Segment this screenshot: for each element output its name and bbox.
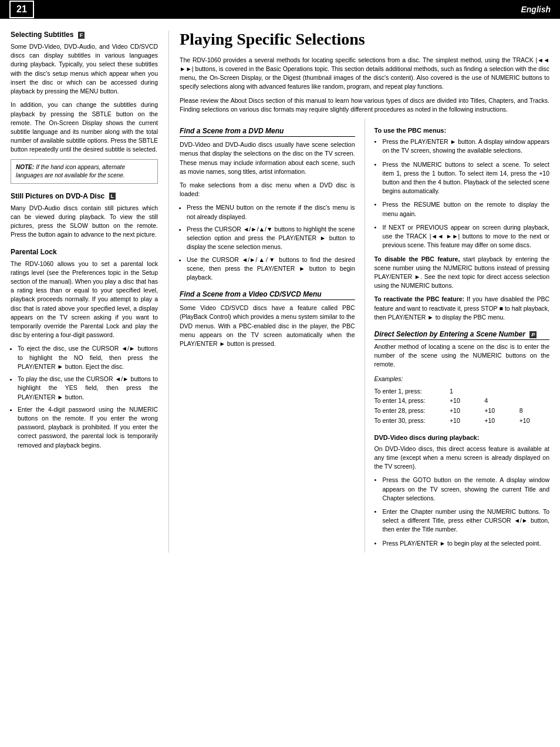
right-col-inner: Find a Scene from a DVD Menu DVD-Video a…: [180, 119, 549, 553]
right-left-subcol: Find a Scene from a DVD Menu DVD-Video a…: [180, 119, 365, 553]
right-column: Playing Specific Selections The RDV-1060…: [169, 31, 549, 553]
header-bar: 21 English: [0, 0, 560, 19]
examples-block: Examples: To enter 1, press: 1 To enter …: [375, 374, 550, 426]
find-dvd-menu-para: DVD-Video and DVD-Audio discs usually ha…: [180, 140, 355, 176]
example-val: +10: [484, 406, 514, 416]
example-label: To enter 1, press:: [375, 386, 445, 396]
dvd-video-text: On DVD-Video discs, this direct access f…: [375, 445, 550, 472]
language-label: English: [521, 5, 551, 14]
find-dvd-menu-bullets: Press the MENU button on the remote if t…: [187, 203, 355, 282]
example-val: +10: [484, 416, 514, 426]
examples-grid: To enter 1, press: 1 To enter 14, press:…: [375, 386, 550, 426]
list-item: Press the NUMERIC buttons to select a sc…: [375, 160, 550, 196]
disable-pbc-para: To disable the PBC feature, start playba…: [375, 255, 550, 291]
example-val: [519, 386, 549, 396]
example-label: To enter 30, press:: [375, 416, 445, 426]
selecting-subtitles-heading: Selecting Subtitles F: [11, 31, 158, 39]
example-val: +10: [450, 406, 480, 416]
direct-selection-text: Another method of locating a scene on th…: [375, 342, 550, 369]
note-label: NOTE:: [16, 164, 34, 170]
find-vcd-menu-para: Some Video CD/SVCD discs have a feature …: [180, 304, 355, 348]
parental-lock-para: The RDV-1060 allows you to set a parenta…: [11, 260, 158, 340]
example-val: 4: [484, 396, 514, 406]
example-val: +10: [450, 416, 480, 426]
example-val: [484, 386, 514, 396]
list-item: Use the CURSOR ◄/►/▲/▼ buttons to find t…: [187, 255, 355, 282]
example-val: [519, 396, 549, 406]
find-vcd-menu-heading: Find a Scene from a Video CD/SVCD Menu: [180, 290, 355, 300]
example-val: 1: [450, 386, 480, 396]
list-item: To eject the disc, use the CURSOR ◄/► bu…: [18, 344, 158, 371]
example-val: +10: [450, 396, 480, 406]
still-pictures-para: Many DVD-Audio discs contain still pictu…: [11, 204, 158, 240]
subtitles-para-2: In addition, you can change the subtitle…: [11, 100, 158, 154]
list-item: Enter the Chapter number using the NUMER…: [375, 507, 550, 534]
dvd-video-heading: DVD-Video discs during playback:: [375, 434, 550, 441]
reactivate-pbc-heading: To reactivate the PBC feature:: [375, 295, 465, 302]
direct-selection-heading: Direct Selection by Entering a Scene Num…: [375, 330, 550, 340]
list-item: To play the disc, use the CURSOR ◄/► but…: [18, 375, 158, 402]
pbc-menus-heading: To use the PBC menus:: [375, 127, 550, 134]
right-right-subcol: To use the PBC menus: Press the PLAY/ENT…: [365, 119, 550, 553]
intro-para-1: The RDV-1060 provides a several methods …: [180, 56, 549, 92]
parental-lock-bullets: To eject the disc, use the CURSOR ◄/► bu…: [18, 344, 158, 449]
list-item: Press the RESUME button on the remote to…: [375, 200, 550, 218]
list-item: Press the GOTO button on the remote. A d…: [375, 476, 550, 503]
reactivate-pbc-para: To reactivate the PBC feature: If you ha…: [375, 295, 550, 322]
still-pictures-heading: Still Pictures on DVD-A Disc L: [11, 192, 158, 200]
list-item: Press the PLAY/ENTER ► button. A display…: [375, 137, 550, 155]
direct-selection-icon: P: [529, 331, 537, 338]
find-dvd-menu-intro: To make selections from a disc menu when…: [180, 181, 355, 198]
list-item: Press PLAY/ENTER ► to begin play at the …: [375, 539, 550, 548]
list-item: Press the MENU button on the remote if t…: [187, 203, 355, 221]
left-column: Selecting Subtitles F Some DVD-Video, DV…: [11, 31, 169, 553]
main-content: Selecting Subtitles F Some DVD-Video, DV…: [0, 19, 560, 564]
page-number: 21: [9, 1, 34, 18]
example-label: To enter 28, press:: [375, 406, 445, 416]
still-pictures-icon: L: [109, 193, 116, 200]
disable-pbc-heading: To disable the PBC feature,: [375, 255, 460, 263]
example-label: To enter 14, press:: [375, 396, 445, 406]
list-item: If NEXT or PREVIOUS appear on screen dur…: [375, 223, 550, 250]
dvd-video-bullets: Press the GOTO button on the remote. A d…: [375, 476, 550, 548]
find-dvd-menu-heading: Find a Scene from a DVD Menu: [180, 127, 355, 137]
pbc-menus-bullets: Press the PLAY/ENTER ► button. A display…: [375, 137, 550, 250]
intro-para-2: Please review the About Discs section of…: [180, 96, 549, 114]
example-val: +10: [519, 416, 549, 426]
subtitles-icon: F: [78, 32, 85, 39]
example-val: 8: [519, 406, 549, 416]
main-title: Playing Specific Selections: [180, 31, 549, 49]
list-item: Press the CURSOR ◄/►/▲/▼ buttons to high…: [187, 225, 355, 252]
examples-label: Examples:: [375, 374, 550, 384]
list-item: Enter the 4-digit password using the NUM…: [18, 405, 158, 450]
subtitles-note: NOTE: If the hand icon appears, alternat…: [11, 159, 158, 184]
parental-lock-heading: Parental Lock: [11, 248, 158, 256]
subtitles-para-1: Some DVD-Video, DVD-Audio, and Video CD/…: [11, 42, 158, 96]
